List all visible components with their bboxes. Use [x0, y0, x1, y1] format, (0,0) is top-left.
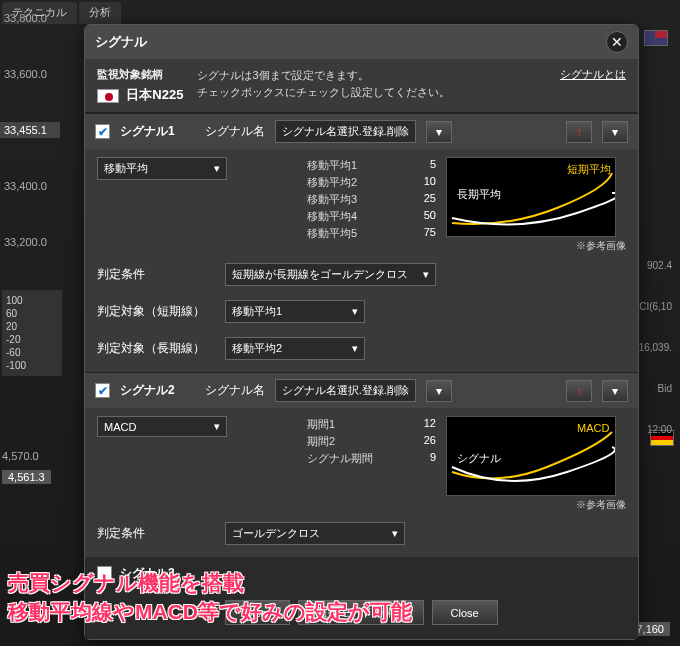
signal-1-ref-wrap: 短期平均 長期平均 ※参考画像 — [446, 157, 626, 253]
modal-info: 監視対象銘柄 日本N225 シグナルは3個まで設定できます。 チェックボックスに… — [85, 59, 638, 113]
signal-1-name-dropdown[interactable]: ▾ — [426, 121, 452, 143]
s1-long-select[interactable]: 移動平均2▾ — [225, 337, 365, 360]
overlay-caption: 売買シグナル機能を搭載 移動平均線やMACD等で好みの設定が可能 — [8, 569, 412, 626]
signal-settings-modal: シグナル ✕ 監視対象銘柄 日本N225 シグナルは3個まで設定できます。 チェ… — [84, 24, 639, 640]
s1-short-select[interactable]: 移動平均1▾ — [225, 300, 365, 323]
close-button-footer[interactable]: Close — [432, 600, 498, 625]
signal-name-label: シグナル名 — [205, 123, 265, 140]
about-link-wrap: シグナルとは — [560, 67, 626, 82]
svg-text:短期平均: 短期平均 — [567, 163, 611, 175]
signal-1-checkbox[interactable] — [95, 124, 110, 139]
chevron-down-icon: ▾ — [214, 162, 220, 175]
signal-2-body: MACD▾ 期間112 期間226 シグナル期間9 MACD シグナル ※参考画… — [85, 408, 638, 557]
chevron-down-icon: ▾ — [352, 305, 358, 318]
signal-1-reference-image: 短期平均 長期平均 — [446, 157, 616, 237]
bg-price-1: 4,561.3 — [2, 470, 51, 484]
watch-label: 監視対象銘柄 — [97, 67, 183, 82]
svg-text:MACD: MACD — [577, 422, 609, 434]
signal-2-indicator-select[interactable]: MACD▾ — [97, 416, 227, 437]
price-axis: 33,800.0 33,600.0 33,455.1 33,400.0 33,2… — [0, 10, 60, 290]
bg-price-2: 4,570.0 — [2, 450, 39, 462]
signal-2-reference-image: MACD シグナル — [446, 416, 616, 496]
watch-column: 監視対象銘柄 日本N225 — [97, 67, 183, 104]
chevron-down-icon: ▾ — [423, 268, 429, 281]
ref-caption: ※参考画像 — [446, 498, 626, 512]
chevron-down-icon: ▾ — [392, 527, 398, 540]
symbol-name: 日本N225 — [126, 87, 183, 102]
modal-title: シグナル — [95, 33, 147, 51]
signal-2-ref-wrap: MACD シグナル ※参考画像 — [446, 416, 626, 512]
signal-2-name-select[interactable]: シグナル名選択.登録.削除 — [275, 379, 416, 402]
s2-cond-label: 判定条件 — [97, 525, 217, 542]
signal-name-label: シグナル名 — [205, 382, 265, 399]
signal-2-block: シグナル2 シグナル名 シグナル名選択.登録.削除 ▾ ↑ ▾ MACD▾ 期間… — [85, 372, 638, 557]
svg-text:シグナル: シグナル — [457, 452, 501, 464]
ref-caption: ※参考画像 — [446, 239, 626, 253]
flag-column — [644, 30, 674, 46]
signal-1-name-select[interactable]: シグナル名選択.登録.削除 — [275, 120, 416, 143]
s1-long-label: 判定対象（長期線） — [97, 340, 217, 357]
signal-2-header: シグナル2 シグナル名 シグナル名選択.登録.削除 ▾ ↑ ▾ — [85, 373, 638, 408]
tab-analysis[interactable]: 分析 — [79, 2, 121, 24]
close-button[interactable]: ✕ — [606, 31, 628, 53]
jp-flag-icon — [97, 89, 119, 103]
s1-cond-label: 判定条件 — [97, 266, 217, 283]
chevron-down-icon: ▾ — [214, 420, 220, 433]
signal-2-name-dropdown[interactable]: ▾ — [426, 380, 452, 402]
s2-cond-select[interactable]: ゴールデンクロス▾ — [225, 522, 405, 545]
signal-1-header: シグナル1 シグナル名 シグナル名選択.登録.削除 ▾ ↑ ▾ — [85, 114, 638, 149]
signal-1-indicator-select[interactable]: 移動平均▾ — [97, 157, 227, 180]
signal-1-up-button[interactable]: ↑ — [566, 121, 592, 143]
us-flag-icon — [644, 30, 668, 46]
s1-short-label: 判定対象（短期線） — [97, 303, 217, 320]
signal-2-up-button[interactable]: ↑ — [566, 380, 592, 402]
signal-2-params: 期間112 期間226 シグナル期間9 — [307, 416, 436, 467]
about-signal-link[interactable]: シグナルとは — [560, 68, 626, 80]
signal-2-checkbox[interactable] — [95, 383, 110, 398]
signal-1-params: 移動平均15 移動平均210 移動平均325 移動平均450 移動平均575 — [307, 157, 436, 242]
chevron-down-icon: ▾ — [352, 342, 358, 355]
indicator-axis: 100 60 20 -20 -60 -100 — [2, 290, 62, 376]
signal-2-down-button[interactable]: ▾ — [602, 380, 628, 402]
svg-text:長期平均: 長期平均 — [457, 188, 501, 200]
signal-1-body: 移動平均▾ 移動平均15 移動平均210 移動平均325 移動平均450 移動平… — [85, 149, 638, 372]
signal-1-block: シグナル1 シグナル名 シグナル名選択.登録.削除 ▾ ↑ ▾ 移動平均▾ 移動… — [85, 113, 638, 372]
signal-1-down-button[interactable]: ▾ — [602, 121, 628, 143]
close-icon: ✕ — [611, 34, 623, 50]
description: シグナルは3個まで設定できます。 チェックボックスにチェックし設定してください。 — [197, 67, 546, 100]
modal-header: シグナル ✕ — [85, 25, 638, 59]
signal-1-label: シグナル1 — [120, 123, 175, 140]
s1-cond-select[interactable]: 短期線が長期線をゴールデンクロス▾ — [225, 263, 436, 286]
signal-2-label: シグナル2 — [120, 382, 175, 399]
